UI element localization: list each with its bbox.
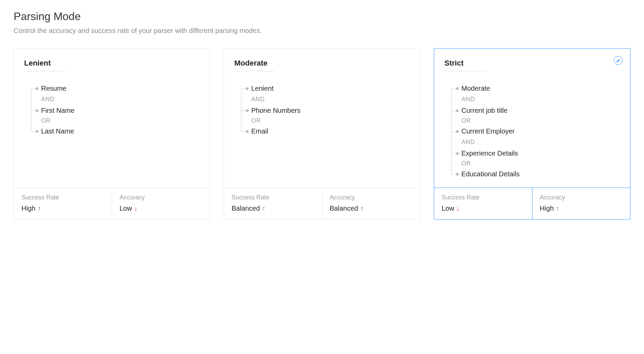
accuracy-label: Accuracy [540,194,623,201]
tree-op-and: AND [451,139,620,146]
tree-item: Moderate [461,85,490,92]
tree-item: Last Name [41,127,74,135]
accuracy-value: Balanced [330,205,358,212]
card-lenient-title: Lenient [24,59,65,71]
arrow-icon: ↑ [262,205,265,212]
tree-item: Email [251,127,268,135]
arrow-icon: ↓ [134,205,137,212]
card-moderate-title: Moderate [234,59,275,71]
tree-op-and: AND [451,96,620,103]
card-strict-tree: Moderate AND Current job title OR Curren… [444,84,620,178]
tree-item: First Name [41,107,74,114]
card-lenient[interactable]: Lenient Resume AND First Name OR Last Na… [14,48,210,219]
accuracy-value: Low [120,205,132,212]
success-rate-label: Success Rate [442,194,525,201]
card-strict-accuracy: Accuracy High ↑ [532,188,630,219]
tree-item: Resume [41,85,66,92]
accuracy-label: Accuracy [330,194,413,201]
card-strict-title: Strict [444,59,485,71]
card-strict-success-rate: Success Rate Low ↓ [434,188,532,219]
card-lenient-accuracy: Accuracy Low ↓ [112,188,210,219]
success-rate-value: High [21,205,35,212]
card-moderate-success-rate: Success Rate Balanced ↑ [224,188,322,219]
tree-op-or: OR [241,117,410,124]
cards-container: Lenient Resume AND First Name OR Last Na… [14,48,630,219]
accuracy-value: High [540,205,554,212]
tree-item: Current Employer [461,127,515,135]
card-moderate-tree: Lenient AND Phone Numbers OR Email [234,84,410,135]
arrow-icon: ↑ [37,205,41,212]
accuracy-label: Accuracy [120,194,203,201]
tree-item: Phone Numbers [251,107,301,114]
card-moderate-accuracy: Accuracy Balanced ↑ [322,188,420,219]
success-rate-value: Low [442,205,454,212]
tree-item: Lenient [251,85,274,92]
arrow-icon: ↑ [556,205,559,212]
tree-item: Educational Details [461,170,520,178]
card-lenient-success-rate: Success Rate High ↑ [14,188,112,219]
card-lenient-tree: Resume AND First Name OR Last Name [24,84,200,135]
selected-check-icon [614,56,623,65]
success-rate-value: Balanced [232,205,260,212]
page-subtitle: Control the accuracy and success rate of… [14,27,630,35]
card-strict[interactable]: Strict Moderate AND Current job title OR… [434,48,630,219]
success-rate-label: Success Rate [21,194,104,201]
tree-op-and: AND [241,96,410,103]
tree-op-and: AND [31,96,200,103]
page-title: Parsing Mode [14,10,630,23]
tree-item: Experience Details [461,149,518,157]
tree-op-or: OR [451,160,620,167]
arrow-icon: ↑ [360,205,363,212]
tree-item: Current job title [461,107,508,114]
tree-op-or: OR [31,117,200,124]
success-rate-label: Success Rate [232,194,315,201]
arrow-icon: ↓ [456,205,460,212]
tree-op-or: OR [451,117,620,124]
card-moderate[interactable]: Moderate Lenient AND Phone Numbers OR Em… [224,48,420,219]
